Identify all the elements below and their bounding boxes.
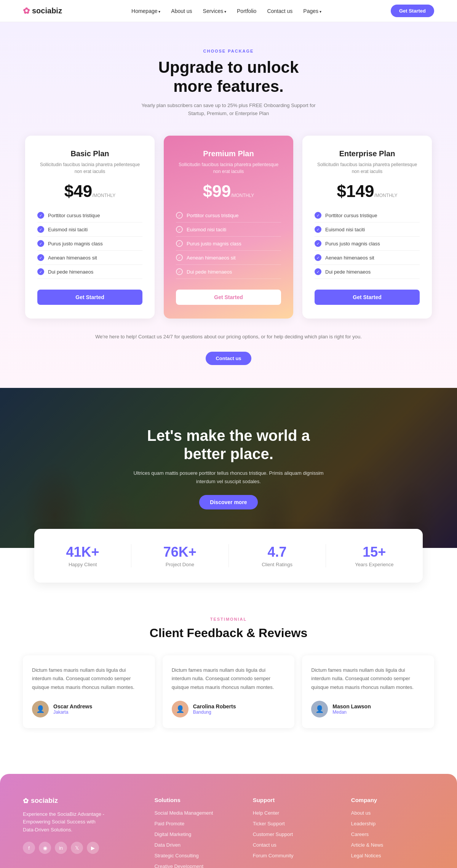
footer-brand: ✿ sociabiz Experience the SociaBiz Advan… (23, 797, 139, 868)
nav-link-about-us[interactable]: About us (171, 8, 192, 14)
plan-cta-button[interactable]: Get Started (37, 290, 142, 305)
pricing-cards: Basic PlanSollicitudin faucibus lacinia … (23, 136, 434, 319)
feature-text: Aenean himenaeos sit (325, 255, 374, 261)
feature-item: ✓Dui pede himenaeos (315, 265, 420, 279)
nav-link-services[interactable]: Services (203, 8, 226, 14)
facebook-icon[interactable]: f (23, 842, 35, 854)
testimonial-section: TESTIMONIAL Client Feedback & Reviews Di… (0, 583, 457, 751)
price-row: $99/MONTHLY (176, 182, 281, 201)
feature-item: ✓Euismod nisi taciti (176, 223, 281, 237)
check-icon: ✓ (37, 212, 44, 219)
stats-section: 41K+Happy Client76K+Project Done4.7Clien… (34, 529, 423, 583)
footer-col-heading: Solutions (154, 797, 237, 803)
features-list: ✓Porttitor cursus tristique✓Euismod nisi… (37, 208, 142, 279)
footer-top: ✿ sociabiz Experience the SociaBiz Advan… (23, 797, 434, 868)
features-list: ✓Porttitor cursus tristique✓Euismod nisi… (176, 208, 281, 279)
nav-cta-button[interactable]: Get Started (391, 5, 434, 17)
footer-link[interactable]: Careers (351, 831, 369, 837)
testimonial-section-label: TESTIMONIAL (23, 617, 434, 621)
footer-logo-text: sociabiz (31, 797, 58, 805)
check-icon: ✓ (37, 240, 44, 247)
footer: ✿ sociabiz Experience the SociaBiz Advan… (0, 774, 457, 868)
testimonial-heading: Client Feedback & Reviews (23, 626, 434, 640)
feature-item: ✓Dui pede himenaeos (37, 265, 142, 279)
footer-col-links: Help CenterTicker SupportCustomer Suppor… (253, 809, 336, 859)
footer-link[interactable]: Digital Marketing (154, 831, 191, 837)
footer-link[interactable]: Legal Notices (351, 853, 381, 858)
footer-link[interactable]: Paid Promote (154, 821, 184, 826)
feature-text: Purus justo magnis class (48, 241, 103, 247)
check-icon: ✓ (176, 240, 183, 247)
check-icon: ✓ (37, 254, 44, 261)
banner-section: Let's make the world a better place. Ult… (0, 388, 457, 548)
testimonial-text: Dictum fames mauris nullam duis ligula d… (172, 666, 286, 691)
feature-item: ✓Aenean himenaeos sit (176, 251, 281, 265)
footer-col-2: CompanyAbout usLeadershipCareersArticle … (351, 797, 434, 868)
check-icon: ✓ (315, 212, 321, 219)
banner-discover-button[interactable]: Discover more (199, 495, 257, 509)
social-icons: f ◉ in 𝕏 ▶ (23, 842, 139, 854)
footer-link[interactable]: Strategic Consulting (154, 853, 198, 858)
price-period: /MONTHLY (92, 193, 115, 198)
check-icon: ✓ (176, 254, 183, 261)
check-icon: ✓ (37, 226, 44, 233)
price-row: $149/MONTHLY (315, 182, 420, 201)
author-city: Bandung (193, 709, 236, 715)
nav-links: HomepageAbout usServicesPortfolioContact… (131, 8, 321, 14)
footer-link[interactable]: Creative Development (154, 863, 203, 868)
footer-link[interactable]: Ticker Support (253, 821, 285, 826)
footer-link[interactable]: Social Media Management (154, 810, 213, 816)
avatar: 👤 (172, 701, 189, 717)
stat-item-1: 76K+Project Done (131, 544, 228, 567)
logo[interactable]: ✿ sociabiz (23, 6, 62, 16)
stat-label: Happy Client (34, 562, 131, 567)
stat-label: Client Ratings (229, 562, 326, 567)
footer-link[interactable]: Leadership (351, 821, 376, 826)
youtube-icon[interactable]: ▶ (87, 842, 99, 854)
check-icon: ✓ (315, 254, 321, 261)
feature-item: ✓Purus justo magnis class (37, 237, 142, 251)
linkedin-icon[interactable]: in (55, 842, 67, 854)
footer-link[interactable]: Forum Community (253, 853, 294, 858)
plan-desc: Sollicitudin faucibus lacinia pharetra p… (315, 161, 420, 175)
check-icon: ✓ (176, 212, 183, 219)
stat-label: Years Experience (326, 562, 423, 567)
author-name: Mason Lawson (332, 703, 371, 709)
footer-link[interactable]: Customer Support (253, 831, 293, 837)
footer-link[interactable]: Data Driven (154, 842, 181, 848)
stat-label: Project Done (131, 562, 228, 567)
check-icon: ✓ (37, 268, 44, 275)
price-amount: $49 (64, 182, 92, 200)
feature-text: Euismod nisi taciti (325, 227, 365, 232)
instagram-icon[interactable]: ◉ (39, 842, 51, 854)
pricing-section-label: CHOOSE PACKAGE (23, 49, 434, 53)
pricing-card-1: Premium PlanSollicitudin faucibus lacini… (164, 136, 293, 319)
nav-link-contact-us[interactable]: Contact us (267, 8, 292, 14)
feature-item: ✓Aenean himenaeos sit (315, 251, 420, 265)
footer-link[interactable]: Help Center (253, 810, 279, 816)
pricing-note: We're here to help! Contact us 24/7 for … (23, 334, 434, 340)
pricing-card-0: Basic PlanSollicitudin faucibus lacinia … (25, 136, 155, 319)
nav-link-pages[interactable]: Pages (303, 8, 321, 14)
footer-link[interactable]: Article & News (351, 842, 383, 848)
author-city: Medan (332, 709, 371, 715)
banner-body: Ultrices quam mattis posuere porttitor t… (129, 469, 328, 486)
nav-link-portfolio[interactable]: Portfolio (237, 8, 256, 14)
footer-link[interactable]: Contact us (253, 842, 276, 848)
nav-link-homepage[interactable]: Homepage (131, 8, 160, 14)
testimonial-cards: Dictum fames mauris nullam duis ligula d… (23, 655, 434, 728)
footer-col-links: About usLeadershipCareersArticle & NewsL… (351, 809, 434, 859)
feature-text: Dui pede himenaeos (325, 269, 371, 275)
check-icon: ✓ (176, 226, 183, 233)
stat-item-3: 15+Years Experience (326, 544, 423, 567)
twitter-icon[interactable]: 𝕏 (71, 842, 83, 854)
pricing-heading: Upgrade to unlock more features. (23, 58, 434, 96)
footer-link[interactable]: About us (351, 810, 371, 816)
plan-cta-button[interactable]: Get Started (176, 290, 281, 305)
footer-col-0: SolutionsSocial Media ManagementPaid Pro… (154, 797, 237, 868)
logo-icon: ✿ (23, 6, 30, 16)
pricing-contact-button[interactable]: Contact us (206, 352, 251, 365)
stat-item-2: 4.7Client Ratings (229, 544, 326, 567)
plan-cta-button[interactable]: Get Started (315, 290, 420, 305)
author-name: Carolina Roberts (193, 703, 236, 709)
